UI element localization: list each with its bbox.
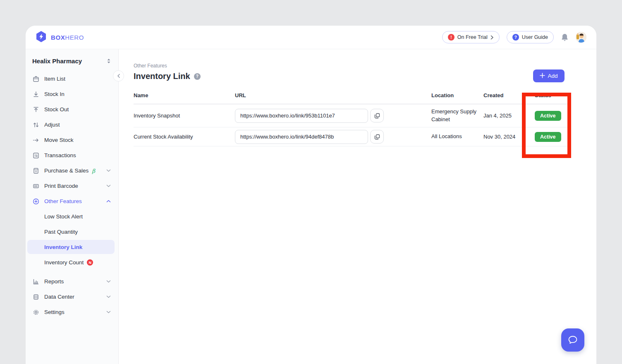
chevron-down-icon (106, 295, 111, 298)
on-free-trial-button[interactable]: ! On Free Trial (442, 31, 500, 43)
chevron-up-icon (106, 200, 111, 203)
sidebar-item-data-center[interactable]: Data Center (26, 289, 118, 304)
sidebar-item-stock-out[interactable]: Stock Out (26, 102, 118, 117)
trial-label: On Free Trial (457, 34, 488, 40)
link-created: Jan 4, 2025 (483, 113, 535, 119)
chevron-left-icon (117, 74, 120, 78)
add-button[interactable]: Add (533, 69, 565, 82)
workspace-name: Healix Pharmacy (32, 57, 82, 65)
sidebar-item-label: Move Stock (44, 137, 74, 143)
page-title: Inventory Link (134, 72, 190, 81)
sidebar-item-label: Other Features (44, 198, 82, 204)
sidebar-item-item-list[interactable]: Item List (26, 71, 118, 86)
sidebar-item-label: Transactions (44, 152, 76, 158)
arrows-up-down-icon (32, 122, 39, 128)
top-header: BOXHERO ! On Free Trial ? User Guide (26, 26, 596, 49)
column-header-status: Status (535, 92, 571, 98)
column-header-name: Name (134, 92, 235, 98)
sidebar-item-reports[interactable]: Reports (26, 274, 118, 289)
copy-url-button[interactable] (370, 130, 384, 144)
database-icon (32, 294, 39, 300)
sidebar-item-label: Item List (44, 76, 65, 82)
arrow-down-tray-icon (32, 91, 39, 98)
copy-icon (374, 134, 380, 140)
column-header-location: Location (431, 92, 483, 98)
sidebar-item-label: Low Stock Alert (44, 213, 83, 220)
link-name: Inventory Snapshot (134, 113, 235, 119)
status-badge: Active (535, 111, 561, 121)
sidebar-item-label: Inventory Link (44, 244, 82, 250)
user-avatar[interactable] (576, 32, 586, 43)
sidebar-item-purchase-sales[interactable]: Purchase & Sales β (26, 163, 118, 178)
sidebar-item-label: Past Quantity (44, 229, 78, 235)
boxhero-wordmark: BOXHERO (51, 34, 84, 41)
sidebar-item-label: Stock Out (44, 106, 69, 113)
table-header-row: Name URL Location Created Status (134, 92, 571, 104)
app-body: Healix Pharmacy Item List Stock In (26, 49, 596, 364)
sidebar-item-label: Adjust (44, 122, 60, 128)
link-created: Nov 30, 2024 (483, 134, 535, 140)
sidebar-item-label: Print Barcode (44, 183, 78, 189)
workspace-sort-icon (107, 58, 111, 64)
header-actions: ! On Free Trial ? User Guide (442, 31, 586, 43)
boxhero-logo-icon (36, 31, 47, 44)
document-icon (32, 168, 39, 174)
link-name: Current Stock Availability (134, 134, 235, 140)
trial-alert-icon: ! (448, 34, 455, 41)
sidebar-item-label: Data Center (44, 294, 74, 300)
guide-question-icon: ? (512, 34, 519, 41)
sidebar-item-print-barcode[interactable]: Print Barcode (26, 178, 118, 194)
sidebar-item-low-stock-alert[interactable]: Low Stock Alert (26, 209, 118, 224)
table-row: Inventory Snapshot Emergency Supply Cabi… (134, 104, 571, 127)
boxhero-logo[interactable]: BOXHERO (36, 31, 84, 44)
sidebar-item-label: Settings (44, 309, 65, 315)
sidebar-item-move-stock[interactable]: Move Stock (26, 132, 118, 148)
table-row: Current Stock Availability All Locations… (134, 127, 571, 146)
chevron-down-icon (106, 184, 111, 187)
main-content: Other Features Inventory Link ? Add Name… (119, 49, 596, 364)
breadcrumb: Other Features (134, 63, 571, 69)
sidebar-item-label: Stock In (44, 91, 65, 97)
sidebar-item-other-features[interactable]: Other Features (26, 194, 118, 209)
sidebar-item-transactions[interactable]: Transactions (26, 148, 118, 163)
chat-bubble-icon (567, 335, 578, 345)
notification-bell-icon[interactable] (561, 33, 569, 42)
sidebar-item-label: Reports (44, 278, 64, 285)
sidebar-item-label: Inventory Count (44, 259, 84, 266)
sidebar-item-inventory-link[interactable]: Inventory Link (27, 240, 115, 254)
sidebar-item-adjust[interactable]: Adjust (26, 117, 118, 132)
sidebar-item-stock-in[interactable]: Stock In (26, 86, 118, 102)
arrow-right-dashed-icon (32, 137, 39, 144)
plus-circle-icon (32, 198, 39, 205)
url-input[interactable] (235, 109, 368, 123)
app-window: BOXHERO ! On Free Trial ? User Guide (26, 26, 596, 364)
status-badge: Active (535, 132, 561, 142)
column-header-created: Created (483, 92, 535, 98)
sidebar: Healix Pharmacy Item List Stock In (26, 49, 119, 364)
bar-chart-icon (32, 278, 39, 285)
arrow-up-tray-icon (32, 106, 39, 113)
copy-url-button[interactable] (370, 109, 384, 122)
sidebar-item-label: Purchase & Sales (44, 168, 89, 174)
workspace-switcher[interactable]: Healix Pharmacy (26, 55, 118, 71)
chevron-down-icon (106, 311, 111, 314)
copy-icon (374, 113, 380, 119)
list-numbered-icon (32, 152, 39, 159)
gear-icon (32, 309, 39, 316)
help-icon[interactable]: ? (194, 73, 201, 80)
column-header-url: URL (235, 92, 431, 98)
sidebar-item-past-quantity[interactable]: Past Quantity (26, 224, 118, 239)
chevron-right-icon (490, 35, 494, 40)
package-icon (32, 76, 39, 82)
chevron-down-icon (106, 169, 111, 172)
sidebar-item-settings[interactable]: Settings (26, 304, 118, 320)
url-input[interactable] (235, 130, 368, 144)
sidebar-collapse-button[interactable] (113, 70, 124, 81)
new-badge: N (87, 259, 93, 266)
chevron-down-icon (106, 280, 111, 283)
beta-badge: β (92, 168, 95, 174)
chat-support-button[interactable] (561, 328, 584, 352)
user-guide-button[interactable]: ? User Guide (507, 31, 554, 43)
add-button-label: Add (548, 73, 557, 79)
sidebar-item-inventory-count[interactable]: Inventory Count N (26, 255, 118, 270)
